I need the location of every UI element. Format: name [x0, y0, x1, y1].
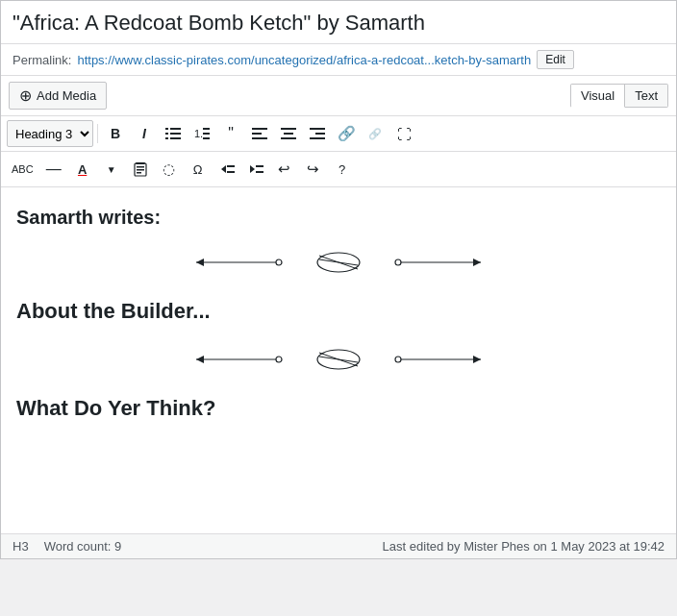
intro-text: Samarth writes: — [16, 207, 661, 229]
redo-button[interactable]: ↪ — [300, 156, 327, 183]
svg-rect-31 — [256, 171, 263, 173]
ornament-divider-1 — [16, 248, 661, 280]
text-tab[interactable]: Text — [625, 84, 668, 108]
svg-rect-17 — [315, 133, 325, 135]
paste-text-button[interactable] — [127, 156, 154, 183]
svg-rect-23 — [137, 169, 144, 171]
svg-rect-4 — [165, 137, 168, 139]
unordered-list-button[interactable] — [160, 120, 187, 147]
link-button[interactable]: 🔗 — [333, 120, 360, 147]
ordered-list-button[interactable]: 1. — [188, 120, 215, 147]
svg-rect-27 — [227, 171, 235, 173]
heading-about: About the Builder... — [16, 299, 661, 326]
svg-rect-30 — [256, 165, 263, 167]
last-edited: Last edited by Mister Phes on 1 May 2023… — [383, 539, 664, 554]
svg-rect-15 — [281, 137, 296, 139]
svg-line-37 — [319, 259, 358, 265]
permalink-url[interactable]: https://www.classic-pirates.com/uncatego… — [77, 53, 531, 67]
svg-rect-11 — [252, 133, 262, 135]
help-button[interactable]: ? — [329, 156, 356, 183]
permalink-label: Permalink: — [13, 53, 71, 67]
align-right-button[interactable] — [304, 120, 331, 147]
svg-marker-40 — [473, 259, 481, 266]
fullscreen-button[interactable]: ⛶ — [390, 120, 417, 147]
svg-marker-25 — [221, 165, 226, 173]
italic-button[interactable]: I — [131, 120, 158, 147]
svg-marker-42 — [196, 356, 204, 363]
add-media-icon: ⊕ — [19, 86, 32, 105]
bold-button[interactable]: B — [102, 120, 129, 147]
hr-button[interactable]: — — [40, 156, 67, 183]
svg-rect-5 — [170, 137, 181, 139]
align-center-button[interactable] — [275, 120, 302, 147]
ornament-divider-2 — [16, 345, 661, 377]
svg-rect-8 — [203, 133, 210, 135]
svg-marker-49 — [473, 356, 481, 363]
unlink-button[interactable]: 🔗 — [362, 120, 389, 147]
permalink-edit-button[interactable]: Edit — [537, 50, 574, 69]
text-color-button[interactable]: A — [69, 156, 96, 183]
toolbar-separator-1 — [97, 124, 98, 143]
svg-rect-1 — [170, 128, 181, 130]
svg-rect-16 — [310, 128, 325, 130]
special-char-button[interactable]: Ω — [185, 156, 212, 183]
svg-rect-12 — [252, 137, 267, 139]
svg-rect-14 — [284, 133, 293, 135]
svg-rect-2 — [165, 133, 168, 135]
align-left-button[interactable] — [246, 120, 273, 147]
svg-rect-26 — [227, 165, 235, 167]
svg-rect-0 — [165, 128, 168, 130]
svg-rect-24 — [137, 172, 141, 174]
svg-point-38 — [395, 259, 401, 265]
visual-tab[interactable]: Visual — [570, 84, 625, 108]
word-count: Word count: 9 — [44, 539, 122, 554]
post-title-input[interactable]: "Africa: A Redcoat Bomb Ketch" by Samart… — [13, 11, 664, 36]
indent-more-button[interactable] — [242, 156, 269, 183]
heading-select[interactable]: Heading 3 — [7, 120, 93, 147]
svg-rect-7 — [203, 128, 210, 130]
svg-rect-22 — [137, 166, 144, 168]
blockquote-button[interactable]: " — [217, 120, 244, 147]
svg-point-43 — [276, 357, 282, 362]
font-color-dropdown[interactable]: ▼ — [98, 156, 125, 183]
editor-content[interactable]: Samarth writes: About the Builder... — [1, 187, 676, 533]
svg-point-47 — [395, 357, 401, 362]
abc-button[interactable]: ABC — [7, 156, 38, 183]
add-media-label: Add Media — [37, 88, 96, 103]
heading-think: What Do Yer Think? — [16, 396, 661, 423]
indent-less-button[interactable] — [213, 156, 240, 183]
svg-text:🔗: 🔗 — [368, 127, 382, 140]
clear-format-button[interactable]: ◌ — [156, 156, 183, 183]
add-media-button[interactable]: ⊕ Add Media — [9, 82, 107, 110]
svg-line-46 — [319, 357, 358, 362]
svg-rect-3 — [170, 133, 181, 135]
svg-point-34 — [276, 259, 282, 265]
undo-button[interactable]: ↩ — [271, 156, 298, 183]
svg-marker-28 — [250, 165, 255, 173]
text-color-icon: A — [78, 162, 87, 177]
svg-marker-33 — [196, 259, 204, 266]
svg-rect-13 — [281, 128, 296, 130]
block-tag: H3 — [13, 539, 29, 554]
svg-rect-18 — [310, 137, 325, 139]
svg-rect-9 — [203, 137, 210, 139]
svg-text:1.: 1. — [194, 128, 203, 139]
svg-rect-10 — [252, 128, 267, 130]
